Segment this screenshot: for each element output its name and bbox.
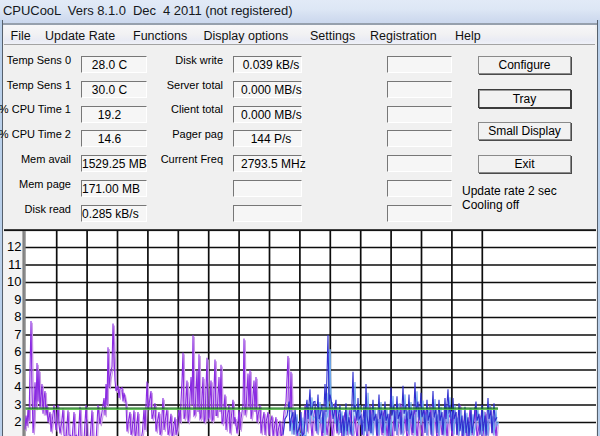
- svg-text:12: 12: [7, 239, 21, 254]
- svg-text:6: 6: [14, 344, 21, 359]
- svg-text:9: 9: [14, 292, 21, 307]
- svg-text:8: 8: [14, 309, 21, 324]
- svg-text:4: 4: [14, 379, 21, 394]
- svg-text:5: 5: [14, 362, 21, 377]
- svg-text:11: 11: [8, 257, 22, 272]
- svg-text:10: 10: [7, 274, 21, 289]
- svg-text:7: 7: [14, 327, 21, 342]
- svg-text:2: 2: [14, 414, 21, 429]
- svg-text:3: 3: [14, 397, 21, 412]
